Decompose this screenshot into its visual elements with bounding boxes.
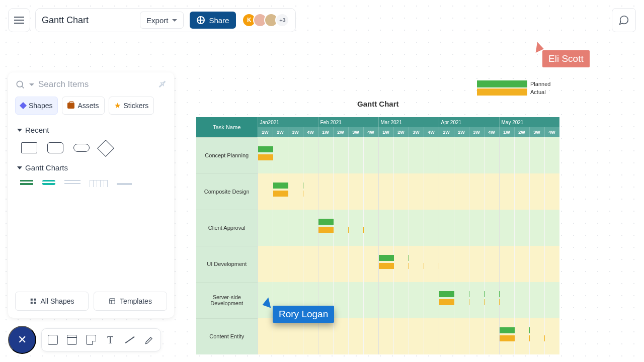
gantt-bar-planned[interactable] <box>258 146 273 152</box>
avatar-more[interactable]: +3 <box>275 13 289 27</box>
gantt-cell <box>454 318 469 354</box>
gantt-cell <box>469 173 484 210</box>
category-assets[interactable]: Assets <box>62 97 104 115</box>
week-header: 3W <box>348 127 363 137</box>
gantt-cell <box>544 173 559 210</box>
gantt-cell <box>258 246 273 282</box>
gantt-cell <box>469 246 484 282</box>
gantt-cell <box>484 137 499 173</box>
gantt-cell <box>514 282 529 318</box>
gantt-cell <box>363 210 378 246</box>
week-header: 3W <box>409 127 424 137</box>
gantt-cell <box>499 282 514 318</box>
gantt-cell <box>424 210 439 246</box>
gantt-cell <box>469 137 484 173</box>
category-shapes[interactable]: Shapes <box>15 97 58 115</box>
gantt-cell <box>409 137 424 173</box>
close-icon: ✕ <box>18 333 27 346</box>
gantt-cell <box>378 210 393 246</box>
gantt-cell <box>348 246 363 282</box>
tool-pen[interactable] <box>144 335 154 345</box>
all-shapes-button[interactable]: All Shapes <box>15 292 89 311</box>
gantt-thumb[interactable] <box>64 180 80 184</box>
collaborator-avatars[interactable]: K +3 <box>242 13 289 27</box>
pin-icon[interactable] <box>156 78 169 90</box>
section-gantt-charts[interactable]: Gantt Charts <box>17 163 167 172</box>
legend-swatch-planned <box>477 80 527 87</box>
week-header: 2W <box>333 127 348 137</box>
task-name-cell: Client Approval <box>196 210 258 246</box>
gantt-chart[interactable]: Gantt Chart Task NameJan2021Feb 2021Mar … <box>196 100 560 354</box>
gantt-thumb[interactable] <box>20 180 33 185</box>
collaborator-cursor-rory: Rory Logan <box>264 306 334 323</box>
gantt-cell <box>499 318 514 354</box>
task-header: Task Name <box>196 117 258 137</box>
gantt-cell <box>529 246 544 282</box>
category-stickers[interactable]: ★ Stickers <box>109 97 154 115</box>
gantt-thumb[interactable] <box>90 180 108 187</box>
chevron-down-icon <box>17 166 22 169</box>
star-icon: ★ <box>114 101 121 110</box>
gantt-cell <box>378 318 393 354</box>
gantt-bar-actual[interactable] <box>258 154 273 160</box>
shape-diamond[interactable] <box>97 140 114 157</box>
svg-rect-3 <box>30 302 32 304</box>
tool-rectangle[interactable] <box>48 335 58 345</box>
gantt-cell <box>258 210 273 246</box>
gantt-cell <box>273 173 288 210</box>
gantt-cell <box>424 246 439 282</box>
tool-card-shape[interactable] <box>67 335 77 345</box>
share-button[interactable]: Share <box>190 12 236 29</box>
gantt-cell <box>454 282 469 318</box>
briefcase-icon <box>67 103 74 109</box>
week-header: 1W <box>258 127 273 137</box>
chat-button[interactable] <box>612 8 636 32</box>
week-header: 3W <box>529 127 544 137</box>
gantt-thumb[interactable] <box>117 183 132 185</box>
gantt-cell <box>288 246 303 282</box>
gantt-cell <box>363 282 378 318</box>
tool-line[interactable] <box>125 336 135 343</box>
grid-icon <box>30 298 37 305</box>
task-name-cell: Content Entity <box>196 318 258 354</box>
gantt-cell <box>273 137 288 173</box>
gantt-cell <box>529 318 544 354</box>
gantt-cell <box>378 137 393 173</box>
gantt-thumb[interactable] <box>42 180 55 185</box>
gantt-cell <box>514 173 529 210</box>
shape-rectangle[interactable] <box>21 142 37 153</box>
svg-rect-4 <box>34 302 36 304</box>
gantt-cell <box>288 137 303 173</box>
gantt-cell <box>318 318 333 354</box>
week-header: 2W <box>514 127 529 137</box>
week-header: 1W <box>499 127 514 137</box>
gantt-cell <box>318 210 333 246</box>
gantt-bar-planned[interactable] <box>318 219 334 225</box>
gantt-cell <box>439 282 454 318</box>
gantt-cell <box>393 137 409 173</box>
gantt-cell <box>409 210 424 246</box>
tool-text[interactable]: T <box>105 335 115 345</box>
month-header: Mar 2021 <box>378 117 439 127</box>
gantt-cell <box>469 318 484 354</box>
shape-pill[interactable] <box>73 144 90 152</box>
gantt-cell <box>454 137 469 173</box>
gantt-cell <box>454 173 469 210</box>
search-input[interactable] <box>38 79 154 89</box>
collaborator-cursor-eli: Eli Scott <box>533 50 590 67</box>
gantt-cell <box>363 137 378 173</box>
gantt-cell <box>393 173 409 210</box>
export-button[interactable]: Export <box>140 12 184 29</box>
week-header: 4W <box>544 127 559 137</box>
section-recent[interactable]: Recent <box>17 126 167 134</box>
gantt-cell <box>544 318 559 354</box>
gantt-cell <box>273 210 288 246</box>
templates-button[interactable]: Templates <box>94 292 167 311</box>
menu-button[interactable] <box>8 8 30 32</box>
gantt-cell <box>544 210 559 246</box>
gantt-cell <box>454 246 469 282</box>
month-header: May 2021 <box>499 117 559 127</box>
tool-sticky-note[interactable] <box>86 335 96 345</box>
shape-rounded-rect[interactable] <box>47 142 63 153</box>
close-button[interactable]: ✕ <box>8 326 36 354</box>
